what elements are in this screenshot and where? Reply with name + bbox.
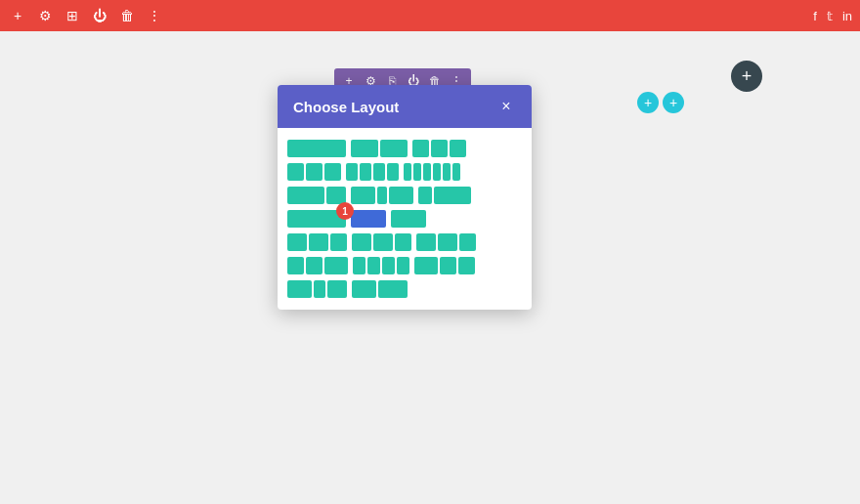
layout-option-3-uneven[interactable] bbox=[351, 187, 413, 204]
layout-option-wide-narrow[interactable] bbox=[287, 187, 346, 204]
layout-row-1 bbox=[287, 140, 522, 157]
modal-title: Choose Layout bbox=[293, 99, 399, 115]
twitter-icon[interactable]: 𝕥 bbox=[827, 9, 833, 23]
modal-close-button[interactable]: × bbox=[496, 97, 516, 116]
plus-icon[interactable]: + bbox=[8, 6, 27, 25]
layout-option-selected[interactable] bbox=[351, 210, 386, 228]
layout-option-2col[interactable] bbox=[351, 140, 408, 157]
trash-icon[interactable]: 🗑 bbox=[117, 6, 137, 25]
layout-option-r6c[interactable] bbox=[414, 257, 475, 274]
toolbar-right: f 𝕥 in bbox=[813, 9, 852, 23]
layout-row-3 bbox=[287, 187, 522, 204]
top-toolbar: + ⚙ ⊞ ⏻ 🗑 ⋮ f 𝕥 in bbox=[0, 0, 860, 31]
layout-row-5 bbox=[287, 233, 522, 251]
layout-option-badge[interactable]: 1 bbox=[287, 210, 346, 228]
gear-icon[interactable]: ⚙ bbox=[35, 6, 55, 25]
toolbar-left: + ⚙ ⊞ ⏻ 🗑 ⋮ bbox=[8, 6, 164, 25]
layout-row-7 bbox=[287, 280, 522, 298]
layout-option-r7b[interactable] bbox=[352, 280, 408, 298]
modal-body: 1 bbox=[278, 128, 532, 310]
power-icon[interactable]: ⏻ bbox=[90, 6, 109, 25]
layout-option-1col[interactable] bbox=[287, 140, 346, 157]
facebook-icon[interactable]: f bbox=[813, 9, 817, 23]
layout-badge: 1 bbox=[336, 202, 354, 220]
layout-option-r5b[interactable] bbox=[352, 233, 411, 251]
modal-overlay: Choose Layout × bbox=[0, 31, 860, 504]
layout-row-6 bbox=[287, 257, 522, 274]
choose-layout-modal: Choose Layout × bbox=[278, 85, 532, 310]
more-icon[interactable]: ⋮ bbox=[145, 6, 164, 25]
linkedin-icon[interactable]: in bbox=[842, 9, 852, 23]
layout-option-4s[interactable] bbox=[346, 163, 399, 181]
layout-option-r7a[interactable] bbox=[287, 280, 347, 298]
layout-option-6s[interactable] bbox=[404, 163, 460, 181]
layout-option-3s[interactable] bbox=[287, 163, 341, 181]
layout-option-r6b[interactable] bbox=[353, 257, 409, 274]
layout-option-r6a[interactable] bbox=[287, 257, 348, 274]
layout-icon[interactable]: ⊞ bbox=[63, 6, 82, 25]
modal-header: Choose Layout × bbox=[278, 85, 532, 128]
layout-option-3col[interactable] bbox=[412, 140, 466, 157]
layout-option-r5c[interactable] bbox=[416, 233, 476, 251]
layout-option-r5a[interactable] bbox=[287, 233, 347, 251]
layout-row-2 bbox=[287, 163, 522, 181]
main-content: + ⚙ ⎘ ⏻ 🗑 ⋮ + + + Choose Layout × bbox=[0, 31, 860, 504]
layout-option-r4c[interactable] bbox=[391, 210, 426, 228]
layout-option-narrow-wide[interactable] bbox=[418, 187, 471, 204]
layout-row-4: 1 bbox=[287, 210, 522, 228]
